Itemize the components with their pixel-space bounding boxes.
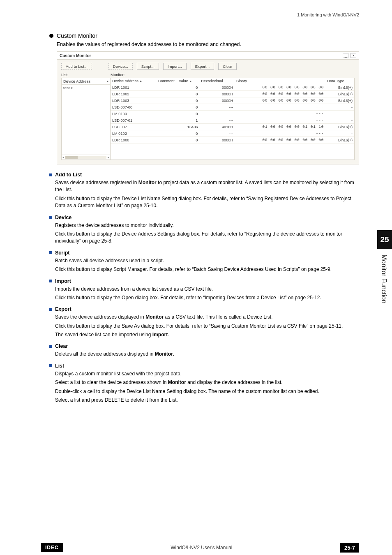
- clear-button[interactable]: Clear: [218, 63, 237, 70]
- brand-logo: IDEC: [41, 543, 63, 552]
- table-row[interactable]: LDR 100100000H00 00 00 00 00 00 00 00Bin…: [111, 84, 354, 91]
- cell-value[interactable]: 16406: [177, 124, 199, 130]
- export-button[interactable]: Export...: [191, 63, 214, 70]
- table-row[interactable]: LDR 100000000H00 00 00 00 00 00 00 00Bin…: [111, 137, 354, 143]
- dialog-toolbar: Add to List... Device... Script... Impor…: [57, 60, 359, 72]
- square-bullet-icon: [49, 280, 52, 282]
- section-text: Saves device addresses registered in Mon…: [55, 179, 359, 194]
- import-button[interactable]: Import...: [163, 63, 187, 70]
- manual-title: WindO/I-NV2 User's Manual: [171, 545, 232, 550]
- chevron-right-icon[interactable]: ▸: [107, 79, 108, 83]
- col-comment[interactable]: Comment: [157, 78, 177, 84]
- section-title: List: [55, 363, 64, 369]
- cell-comment: [157, 111, 177, 117]
- cell-datatype: -: [325, 117, 354, 124]
- header-breadcrumb: 1 Monitoring with WindO/I-NV2: [0, 0, 392, 20]
- section-list: List Displays a custom monitor list save…: [49, 363, 359, 404]
- col-binary[interactable]: Binary: [235, 78, 325, 84]
- close-icon[interactable]: ×: [350, 53, 356, 58]
- cell-device: LDR 1003: [111, 97, 157, 104]
- cell-value[interactable]: 0: [177, 111, 199, 117]
- col-value[interactable]: Value▸: [177, 78, 199, 84]
- chapter-number: 25: [377, 230, 392, 249]
- section-text: Click this button to display the Device …: [55, 231, 359, 245]
- col-device-address[interactable]: Device Address▸: [111, 78, 157, 84]
- chevron-right-icon: ▸: [190, 79, 191, 83]
- monitor-label: Monitor:: [111, 72, 125, 77]
- cell-hex: ---: [199, 104, 235, 111]
- device-button[interactable]: Device...: [108, 63, 133, 70]
- cell-binary: 01 00 00 00 00 01 01 10: [235, 124, 325, 130]
- cell-value[interactable]: 0: [177, 84, 199, 91]
- table-row[interactable]: LSD 007164064016H01 00 00 00 00 01 01 10…: [111, 124, 354, 130]
- cell-comment: [157, 137, 177, 143]
- cell-comment: [157, 84, 177, 91]
- dialog-title: Custom Monitor: [60, 53, 91, 58]
- add-to-list-button[interactable]: Add to List...: [61, 63, 92, 70]
- cell-binary: 00 00 00 00 00 00 00 00: [235, 84, 325, 91]
- scroll-left-icon[interactable]: ◂: [62, 155, 64, 159]
- col-data-type[interactable]: Data Type: [325, 78, 354, 84]
- cell-value[interactable]: 0: [177, 130, 199, 137]
- list-item[interactable]: test01: [62, 85, 110, 91]
- cell-comment: [157, 130, 177, 137]
- minimize-icon[interactable]: _: [343, 53, 348, 58]
- cell-value[interactable]: 0: [177, 97, 199, 104]
- square-bullet-icon: [49, 345, 52, 348]
- section-text: Saves the device addresses displayed in …: [55, 314, 359, 321]
- cell-value[interactable]: 0: [177, 137, 199, 143]
- cell-hex: 4016H: [199, 124, 235, 130]
- cell-binary: ---: [235, 117, 325, 124]
- section-text: Imports the device addresses from a devi…: [55, 286, 359, 293]
- section-text: Displays a custom monitor list saved wit…: [55, 370, 359, 377]
- cell-device: LSD 007-01: [111, 117, 157, 124]
- cell-datatype: Bin16(+): [325, 137, 354, 143]
- cell-datatype: Bin16(+): [325, 91, 354, 97]
- table-row[interactable]: LDR 100300000H00 00 00 00 00 00 00 00Bin…: [111, 97, 354, 104]
- heading-intro: Enables the values of registered device …: [57, 42, 359, 47]
- col-hexadecimal[interactable]: Hexadecimal: [199, 78, 235, 84]
- cell-comment: [157, 124, 177, 130]
- section-title: Script: [55, 250, 69, 256]
- page-footer: IDEC WindO/I-NV2 User's Manual 25-7: [0, 540, 392, 555]
- square-bullet-icon: [49, 216, 52, 219]
- section-title: Export: [55, 306, 71, 312]
- cell-binary: ---: [235, 104, 325, 111]
- cell-hex: ---: [199, 117, 235, 124]
- square-bullet-icon: [49, 364, 52, 367]
- section-text: Click this button to display the Device …: [55, 195, 359, 210]
- section-heading: Custom Monitor: [49, 32, 359, 39]
- section-text: Click this button to display the Open di…: [55, 294, 359, 301]
- monitor-panel: Device Address▸ Comment Value▸ Hexadecim…: [111, 78, 355, 160]
- script-button[interactable]: Script...: [137, 63, 159, 70]
- cell-comment: [157, 104, 177, 111]
- table-row[interactable]: LM 01020-------: [111, 130, 354, 137]
- cell-device: LM 0100: [111, 111, 157, 117]
- cell-binary: 00 00 00 00 00 00 00 00: [235, 91, 325, 97]
- square-bullet-icon: [49, 173, 52, 176]
- section-title: Clear: [55, 343, 68, 349]
- cell-datatype: Bin16(+): [325, 84, 354, 91]
- table-row[interactable]: LSD 007-011-------: [111, 117, 354, 124]
- section-text: Deletes all the device addresses display…: [55, 351, 359, 358]
- table-row[interactable]: LSD 007-000-------: [111, 104, 354, 111]
- table-row[interactable]: LM 01000-------: [111, 111, 354, 117]
- cell-value[interactable]: 1: [177, 117, 199, 124]
- cell-device: LDR 1002: [111, 91, 157, 97]
- section-title: Add to List: [55, 172, 82, 178]
- cell-value[interactable]: 0: [177, 91, 199, 97]
- horizontal-scrollbar[interactable]: ◂ ▸: [62, 155, 110, 160]
- cell-comment: [157, 97, 177, 104]
- bullet-icon: [49, 34, 53, 38]
- cell-value[interactable]: 0: [177, 104, 199, 111]
- table-row[interactable]: LDR 100200000H00 00 00 00 00 00 00 00Bin…: [111, 91, 354, 97]
- cell-comment: [157, 91, 177, 97]
- chapter-tab: 25 Monitor Function: [377, 230, 392, 309]
- square-bullet-icon: [49, 308, 52, 311]
- scroll-right-icon[interactable]: ▸: [108, 155, 109, 159]
- chevron-right-icon: ▸: [140, 79, 142, 83]
- dialog-titlebar: Custom Monitor _ ×: [57, 52, 359, 60]
- list-panel[interactable]: Device Address ▸ test01 ◂ ▸: [61, 78, 111, 160]
- section-import: Import Imports the device addresses from…: [49, 278, 359, 302]
- cell-hex: 0000H: [199, 137, 235, 143]
